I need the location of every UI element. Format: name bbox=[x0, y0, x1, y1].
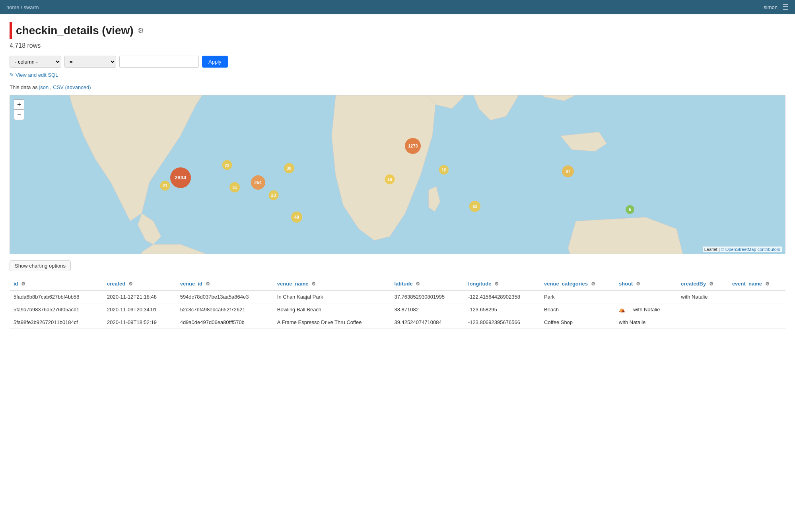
col-gear-longitude[interactable]: ⚙ bbox=[494, 281, 499, 287]
hamburger-icon[interactable]: ☰ bbox=[782, 3, 789, 12]
cell-id: 5fa98fe3b92672011b0184cf bbox=[10, 316, 103, 329]
cell-id: 5fa9a7b98376a5276f05acb1 bbox=[10, 303, 103, 316]
cell-shout bbox=[615, 290, 677, 303]
cell-latitude: 38.871082 bbox=[390, 303, 464, 316]
export-prefix: This data as bbox=[10, 84, 38, 90]
cluster-marker-c8[interactable]: 30 bbox=[284, 163, 294, 173]
col-gear-latitude[interactable]: ⚙ bbox=[416, 281, 420, 287]
show-charting-button[interactable]: Show charting options bbox=[10, 260, 71, 271]
cluster-marker-c5[interactable]: 63 bbox=[469, 201, 480, 212]
page-content: checkin_details (view) ⚙ 4,718 rows - co… bbox=[0, 14, 795, 337]
map-controls: + − bbox=[14, 99, 24, 120]
cell-venue_id: 52c3c7bf498ebca652f72621 bbox=[176, 303, 273, 316]
column-select[interactable]: - column - bbox=[10, 56, 61, 68]
cell-created: 2020-11-09T18:52:19 bbox=[103, 316, 176, 329]
zoom-in-button[interactable]: + bbox=[14, 99, 24, 110]
cell-event_name bbox=[728, 303, 785, 316]
col-header-event_name[interactable]: event_name ⚙ bbox=[728, 278, 785, 290]
col-gear-created[interactable]: ⚙ bbox=[128, 281, 133, 287]
col-gear-id[interactable]: ⚙ bbox=[21, 281, 25, 287]
col-gear-event_name[interactable]: ⚙ bbox=[765, 281, 770, 287]
zoom-out-button[interactable]: − bbox=[14, 110, 24, 120]
sql-link-row: ✎ View and edit SQL bbox=[10, 72, 785, 81]
cell-latitude: 37.763852930801995 bbox=[390, 290, 464, 303]
col-header-shout[interactable]: shout ⚙ bbox=[615, 278, 677, 290]
db-link[interactable]: swarm bbox=[23, 4, 39, 10]
cluster-marker-c2[interactable]: 1273 bbox=[405, 138, 421, 154]
cluster-marker-c14[interactable]: 5 bbox=[626, 205, 634, 214]
cluster-marker-c3[interactable]: 254 bbox=[251, 175, 265, 190]
filter-value-input[interactable] bbox=[119, 56, 199, 68]
cell-venue_name: A Frame Espresso Drive Thru Coffee bbox=[273, 316, 391, 329]
row-count: 4,718 rows bbox=[10, 42, 785, 49]
page-title-row: checkin_details (view) ⚙ bbox=[10, 22, 785, 39]
cell-longitude: -123.80692395676566 bbox=[464, 316, 540, 329]
pencil-icon: ✎ bbox=[10, 72, 14, 78]
sql-link[interactable]: ✎ View and edit SQL bbox=[10, 72, 58, 78]
cell-venue_name: In Chan Kaajal Park bbox=[273, 290, 391, 303]
osm-link[interactable]: © OpenStreetMap contributors bbox=[721, 247, 780, 252]
cell-venue_categories: Beach bbox=[540, 303, 615, 316]
username: simon bbox=[764, 4, 778, 10]
cell-shout: with Natalie bbox=[615, 316, 677, 329]
csv-link[interactable]: CSV bbox=[53, 84, 64, 90]
apply-button[interactable]: Apply bbox=[202, 56, 228, 68]
top-nav: home / swarm simon ☰ bbox=[0, 0, 795, 14]
col-gear-venue_name[interactable]: ⚙ bbox=[311, 281, 316, 287]
col-gear-venue_categories[interactable]: ⚙ bbox=[591, 281, 595, 287]
cluster-marker-c11[interactable]: 21 bbox=[160, 181, 170, 190]
col-header-venue_name[interactable]: venue_name ⚙ bbox=[273, 278, 391, 290]
col-gear-venue_id[interactable]: ⚙ bbox=[206, 281, 210, 287]
home-link[interactable]: home bbox=[6, 4, 19, 10]
cluster-marker-c1[interactable]: 2834 bbox=[170, 167, 191, 188]
col-header-venue_categories[interactable]: venue_categories ⚙ bbox=[540, 278, 615, 290]
cell-venue_categories: Coffee Shop bbox=[540, 316, 615, 329]
page-title: checkin_details (view) bbox=[16, 24, 134, 37]
red-accent-bar bbox=[10, 22, 12, 39]
cluster-marker-c13[interactable]: 10 bbox=[439, 165, 449, 175]
world-map-svg bbox=[10, 95, 785, 254]
cluster-marker-c7[interactable]: 31 bbox=[229, 182, 240, 192]
cell-created: 2020-11-12T21:18:48 bbox=[103, 290, 176, 303]
col-header-created[interactable]: created ⚙ bbox=[103, 278, 176, 290]
col-header-venue_id[interactable]: venue_id ⚙ bbox=[176, 278, 273, 290]
cell-longitude: -122.41564428902358 bbox=[464, 290, 540, 303]
cell-createdBy bbox=[677, 303, 728, 316]
cell-venue_id: 4d9a0de497d06ea80fff570b bbox=[176, 316, 273, 329]
cluster-marker-c10[interactable]: 22 bbox=[222, 160, 232, 170]
cell-venue_id: 594dc78d037be13aa5a864e3 bbox=[176, 290, 273, 303]
export-row: This data as json , CSV (advanced) bbox=[10, 84, 785, 90]
cell-longitude: -123.658295 bbox=[464, 303, 540, 316]
data-table: id ⚙created ⚙venue_id ⚙venue_name ⚙latit… bbox=[10, 278, 785, 329]
cluster-marker-c12[interactable]: 16 bbox=[385, 174, 395, 184]
leaflet-label: Leaflet bbox=[704, 247, 717, 252]
col-header-id[interactable]: id ⚙ bbox=[10, 278, 103, 290]
json-link[interactable]: json bbox=[39, 84, 49, 90]
table-row: 5fa9a7b98376a5276f05acb12020-11-09T20:34… bbox=[10, 303, 785, 316]
cell-shout: ⛺ — with Natalie bbox=[615, 303, 677, 316]
cell-venue_categories: Park bbox=[540, 290, 615, 303]
map-attribution: Leaflet | © OpenStreetMap contributors bbox=[703, 247, 782, 252]
col-gear-shout[interactable]: ⚙ bbox=[636, 281, 640, 287]
settings-icon[interactable]: ⚙ bbox=[138, 26, 144, 35]
cluster-marker-c4[interactable]: 87 bbox=[562, 165, 574, 177]
cluster-marker-c6[interactable]: 49 bbox=[291, 212, 302, 223]
operator-select[interactable]: = bbox=[64, 56, 116, 68]
cell-latitude: 39.42524074710084 bbox=[390, 316, 464, 329]
table-row: 5fada6b8b7cab627bbf4bb582020-11-12T21:18… bbox=[10, 290, 785, 303]
cell-createdBy: with Natalie bbox=[677, 290, 728, 303]
col-gear-createdBy[interactable]: ⚙ bbox=[709, 281, 713, 287]
cell-created: 2020-11-09T20:34:01 bbox=[103, 303, 176, 316]
col-header-longitude[interactable]: longitude ⚙ bbox=[464, 278, 540, 290]
map-container[interactable]: + − 28341273254876349313023222116105 Lea… bbox=[10, 95, 785, 254]
cell-event_name bbox=[728, 316, 785, 329]
table-body: 5fada6b8b7cab627bbf4bb582020-11-12T21:18… bbox=[10, 290, 785, 329]
breadcrumb[interactable]: home / swarm bbox=[6, 4, 39, 10]
advanced-link[interactable]: (advanced) bbox=[65, 84, 91, 90]
col-header-latitude[interactable]: latitude ⚙ bbox=[390, 278, 464, 290]
cluster-marker-c9[interactable]: 23 bbox=[268, 190, 278, 200]
table-header-row: id ⚙created ⚙venue_id ⚙venue_name ⚙latit… bbox=[10, 278, 785, 290]
top-nav-right: simon ☰ bbox=[764, 3, 789, 12]
cell-id: 5fada6b8b7cab627bbf4bb58 bbox=[10, 290, 103, 303]
col-header-createdBy[interactable]: createdBy ⚙ bbox=[677, 278, 728, 290]
